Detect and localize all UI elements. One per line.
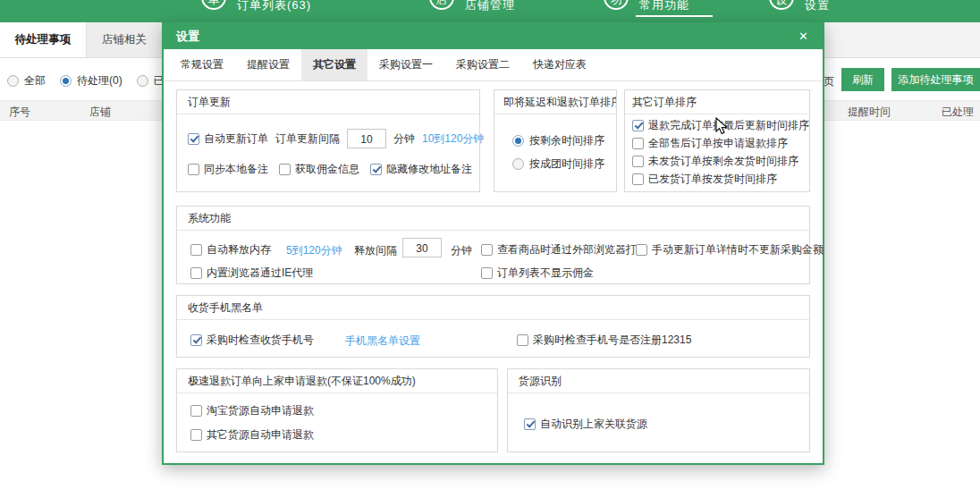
tab-purchase-settings-1[interactable]: 采购设置一 bbox=[368, 49, 444, 80]
section-delay-refund-sort: 即将延迟和退款订单排序 按剩余时间排序 按成团时间排序 bbox=[494, 89, 617, 192]
active-nav-underline bbox=[636, 15, 713, 17]
checkbox-sync-local-note[interactable]: 同步本地备注 bbox=[188, 162, 268, 177]
checkbox-icon[interactable] bbox=[188, 164, 199, 175]
checkbox-label: 全部售后订单按申请退款排序 bbox=[648, 136, 788, 151]
checkbox-manual-update-no-purchase[interactable]: 手动更新订单详情时不更新采购金额 bbox=[636, 242, 824, 257]
checkbox-auto-identify-source[interactable]: 自动识别上家关联货源 bbox=[524, 417, 647, 432]
checkbox-check-12315[interactable]: 采购时检查手机号是否注册12315 bbox=[517, 333, 691, 348]
checkbox-icon[interactable] bbox=[632, 173, 644, 185]
radio-icon[interactable] bbox=[512, 135, 524, 147]
filter-pending[interactable]: 待处理(0) bbox=[60, 73, 122, 89]
checkbox-external-browser[interactable]: 查看商品时通过外部浏览器打开 bbox=[481, 242, 647, 257]
shop-manage-icon: 店 bbox=[429, 0, 454, 10]
section-quick-refund: 极速退款订单向上家申请退款(不保证100%成功) 淘宝货源自动申请退款 其它货源… bbox=[176, 368, 498, 452]
checkbox-label: 采购时检查手机号是否注册12315 bbox=[533, 333, 691, 348]
dialog-tab-bar: 常规设置 提醒设置 其它设置 采购设置一 采购设置二 快递对应表 bbox=[164, 49, 823, 81]
checkbox-label: 查看商品时通过外部浏览器打开 bbox=[497, 242, 647, 257]
nav-label: 店铺管理 bbox=[465, 0, 515, 13]
release-range-link[interactable]: 5到120分钟 bbox=[286, 243, 342, 258]
tab-shop-related[interactable]: 店铺相关 bbox=[87, 22, 163, 57]
common-functions-icon: 功 bbox=[604, 0, 629, 10]
section-title: 收货手机黑名单 bbox=[177, 296, 809, 320]
checkbox-icon[interactable] bbox=[190, 429, 202, 441]
checkbox-label: 退款完成订单按最后更新时间排序 bbox=[648, 118, 809, 133]
checkbox-label: 内置浏览器通过IE代理 bbox=[207, 266, 313, 281]
radio-icon[interactable] bbox=[60, 75, 72, 87]
section-title: 系统功能 bbox=[177, 207, 809, 231]
checkbox-check-receiver-phone[interactable]: 采购时检查收货手机号 bbox=[190, 333, 314, 348]
section-title: 其它订单排序 bbox=[625, 90, 809, 114]
checkbox-icon[interactable] bbox=[632, 120, 644, 131]
section-title: 即将延迟和退款订单排序 bbox=[494, 90, 616, 114]
checkbox-auto-update-orders[interactable]: 自动更新订单 bbox=[188, 131, 268, 147]
checkbox-hide-address-note[interactable]: 隐藏修改地址备注 bbox=[370, 162, 472, 177]
checkbox-ie-proxy[interactable]: 内置浏览器通过IE代理 bbox=[190, 266, 313, 281]
checkbox-icon[interactable] bbox=[524, 418, 536, 430]
checkbox-icon[interactable] bbox=[481, 244, 493, 256]
column-index: 序号 bbox=[9, 105, 30, 120]
checkbox-taobao-auto-refund[interactable]: 淘宝货源自动申请退款 bbox=[190, 403, 314, 418]
checkbox-shipped-sort[interactable]: 已发货订单按发货时间排序 bbox=[632, 172, 777, 187]
radio-sort-by-group-time[interactable]: 按成团时间排序 bbox=[512, 156, 604, 172]
radio-icon[interactable] bbox=[137, 75, 148, 87]
checkbox-icon[interactable] bbox=[632, 156, 644, 167]
close-icon[interactable]: ✕ bbox=[798, 24, 808, 49]
checkbox-fetch-commission[interactable]: 获取佣金信息 bbox=[279, 162, 359, 177]
nav-label: 常用功能 bbox=[639, 0, 689, 13]
tab-reminder-settings[interactable]: 提醒设置 bbox=[235, 49, 301, 80]
checkbox-label: 获取佣金信息 bbox=[295, 162, 359, 177]
column-handled: 已处理 bbox=[942, 105, 974, 120]
tab-other-settings[interactable]: 其它设置 bbox=[301, 49, 368, 80]
section-system-functions: 系统功能 自动释放内存 5到120分钟 释放间隔 30 分钟 查看商品时通过外部… bbox=[176, 206, 810, 284]
column-shop: 店铺 bbox=[89, 105, 111, 120]
settings-dialog: 设置 ✕ 常规设置 提醒设置 其它设置 采购设置一 采购设置二 快递对应表 订单… bbox=[162, 22, 824, 465]
radio-icon[interactable] bbox=[7, 75, 19, 87]
radio-sort-by-remaining-time[interactable]: 按剩余时间排序 bbox=[512, 133, 604, 148]
tab-general-settings[interactable]: 常规设置 bbox=[169, 49, 235, 80]
order-update-row-2: 同步本地备注 获取佣金信息 隐藏修改地址备注 bbox=[188, 162, 472, 177]
checkbox-icon[interactable] bbox=[481, 267, 493, 279]
checkbox-icon[interactable] bbox=[190, 405, 202, 417]
tab-purchase-settings-2[interactable]: 采购设置二 bbox=[444, 49, 521, 80]
checkbox-label: 同步本地备注 bbox=[204, 162, 268, 177]
refresh-button[interactable]: 刷新 bbox=[841, 68, 884, 91]
interval-label: 订单更新间隔 bbox=[275, 131, 340, 147]
filter-radio-group: 全部 待处理(0) 已处理 bbox=[7, 73, 186, 89]
checkbox-icon[interactable] bbox=[632, 138, 644, 149]
checkbox-icon[interactable] bbox=[188, 133, 199, 145]
checkbox-label: 手动更新订单详情时不更新采购金额 bbox=[652, 242, 824, 257]
checkbox-icon[interactable] bbox=[370, 164, 382, 175]
checkbox-icon[interactable] bbox=[279, 164, 291, 175]
checkbox-other-auto-refund[interactable]: 其它货源自动申请退款 bbox=[190, 427, 314, 443]
checkbox-hide-commission[interactable]: 订单列表不显示佣金 bbox=[481, 266, 594, 281]
checkbox-label: 已发货订单按发货时间排序 bbox=[648, 172, 777, 187]
checkbox-icon[interactable] bbox=[190, 267, 202, 279]
checkbox-auto-release-memory[interactable]: 自动释放内存 bbox=[190, 242, 271, 257]
radio-label: 按剩余时间排序 bbox=[529, 133, 604, 148]
radio-icon[interactable] bbox=[512, 158, 524, 170]
section-source-identify: 货源识别 自动识别上家关联货源 bbox=[507, 368, 810, 452]
phone-blacklist-settings-link[interactable]: 手机黑名单设置 bbox=[345, 333, 420, 349]
top-nav-bar: 单 订单列表(63) 店 店铺管理 功 常用功能 设 设置 bbox=[0, 0, 980, 22]
checkbox-label: 淘宝货源自动申请退款 bbox=[207, 403, 314, 418]
add-pending-item-button[interactable]: 添加待处理事项 bbox=[891, 68, 980, 91]
tab-pending-items[interactable]: 待处理事项 bbox=[0, 22, 87, 57]
nav-label: 订单列表(63) bbox=[237, 0, 311, 13]
filter-all[interactable]: 全部 bbox=[7, 73, 46, 89]
pagination-page-suffix: 页 bbox=[824, 74, 834, 89]
release-interval-input[interactable]: 30 bbox=[402, 238, 442, 257]
checkbox-icon[interactable] bbox=[636, 244, 647, 256]
checkbox-icon[interactable] bbox=[190, 244, 202, 256]
interval-range-link[interactable]: 10到120分钟 bbox=[422, 131, 484, 147]
section-phone-blacklist: 收货手机黑名单 采购时检查收货手机号 手机黑名单设置 采购时检查手机号是否注册1… bbox=[176, 295, 810, 358]
checkbox-unshipped-sort[interactable]: 未发货订单按剩余发货时间排序 bbox=[632, 154, 798, 169]
tab-express-mapping[interactable]: 快递对应表 bbox=[521, 49, 598, 80]
checkbox-icon[interactable] bbox=[190, 334, 202, 346]
section-title: 订单更新 bbox=[177, 90, 479, 114]
order-update-row-1: 自动更新订单 订单更新间隔 10 分钟 10到120分钟 bbox=[188, 129, 484, 148]
checkbox-label: 未发货订单按剩余发货时间排序 bbox=[648, 154, 798, 169]
update-interval-input[interactable]: 10 bbox=[347, 129, 386, 148]
checkbox-icon[interactable] bbox=[517, 334, 528, 346]
checkbox-aftersale-sort[interactable]: 全部售后订单按申请退款排序 bbox=[632, 136, 788, 151]
checkbox-label: 自动释放内存 bbox=[207, 242, 271, 257]
